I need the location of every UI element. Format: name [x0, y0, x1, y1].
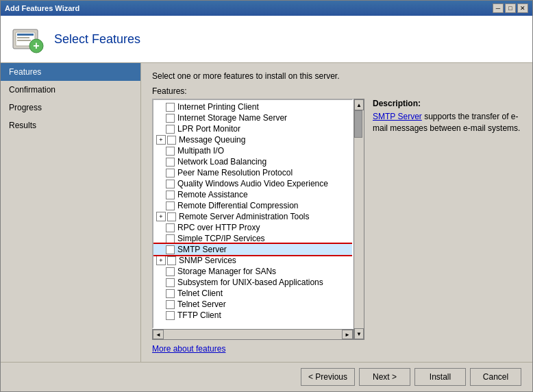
content-area: Select one or more features to install o… [141, 63, 532, 362]
feature-checkbox[interactable] [167, 136, 176, 145]
cancel-button[interactable]: Cancel [470, 368, 521, 386]
feature-checkbox-smtp[interactable] [166, 245, 175, 254]
close-button[interactable]: ✕ [517, 3, 528, 13]
feature-checkbox[interactable] [166, 180, 175, 188]
svg-rect-2 [17, 34, 34, 36]
list-outer: Internet Printing Client Internet Storag… [152, 99, 364, 340]
feature-checkbox[interactable] [166, 169, 175, 177]
list-item[interactable]: Multipath I/O [153, 145, 352, 156]
more-about-link[interactable]: More about features [152, 344, 225, 354]
sidebar: Features Confirmation Progress Results [1, 63, 141, 362]
horizontal-scrollbar[interactable]: ◄ ► [152, 329, 354, 340]
feature-checkbox[interactable] [167, 212, 176, 221]
instruction-text: Select one or more features to install o… [152, 71, 521, 81]
wizard-icon: + [12, 23, 45, 56]
list-item[interactable]: Network Load Balancing [153, 156, 352, 167]
scroll-right-button[interactable]: ► [342, 330, 353, 339]
features-label: Features: [152, 86, 521, 96]
feature-checkbox[interactable] [167, 256, 176, 265]
feature-checkbox[interactable] [166, 289, 175, 298]
page-title: Select Features [54, 32, 140, 47]
smtp-server-link[interactable]: SMTP Server [373, 112, 422, 121]
feature-checkbox[interactable] [166, 278, 175, 287]
scroll-up-button[interactable]: ▲ [354, 99, 364, 110]
feature-checkbox[interactable] [166, 103, 175, 112]
list-item[interactable]: TFTP Client [153, 310, 352, 321]
description-title: Description: [373, 99, 521, 108]
window-title: Add Features Wizard [5, 4, 79, 12]
feature-checkbox[interactable] [166, 158, 175, 167]
scroll-thumb[interactable] [354, 110, 362, 138]
list-item[interactable]: + Message Queuing [153, 134, 352, 145]
maximize-button[interactable]: □ [505, 3, 516, 13]
title-bar-buttons: ─ □ ✕ [493, 3, 528, 13]
scroll-left-button[interactable]: ◄ [153, 330, 164, 339]
expand-icon[interactable]: + [156, 135, 166, 145]
list-item[interactable]: Quality Windows Audio Video Experience [153, 178, 352, 189]
expand-icon[interactable]: + [156, 212, 166, 221]
sidebar-item-results[interactable]: Results [1, 117, 140, 134]
wizard-footer: < Previous Next > Install Cancel [1, 362, 532, 391]
list-item[interactable]: LPR Port Monitor [153, 123, 352, 134]
feature-checkbox[interactable] [166, 114, 175, 123]
feature-checkbox[interactable] [166, 125, 175, 134]
title-bar: Add Features Wizard ─ □ ✕ [1, 1, 532, 16]
description-panel: Description: SMTP Server supports the tr… [373, 99, 521, 354]
feature-checkbox[interactable] [166, 300, 175, 309]
previous-button[interactable]: < Previous [301, 368, 355, 386]
install-button[interactable]: Install [414, 368, 466, 386]
list-item[interactable]: Storage Manager for SANs [153, 266, 352, 277]
features-section: Internet Printing Client Internet Storag… [152, 99, 521, 354]
list-item[interactable]: Subsystem for UNIX-based Applications [153, 277, 352, 288]
scroll-down-button[interactable]: ▼ [354, 328, 364, 339]
feature-checkbox[interactable] [166, 223, 175, 232]
features-list[interactable]: Internet Printing Client Internet Storag… [152, 99, 354, 329]
list-item[interactable]: Telnet Server [153, 299, 352, 310]
list-item[interactable]: Internet Printing Client [153, 101, 352, 112]
feature-checkbox[interactable] [166, 234, 175, 243]
scroll-track [354, 110, 364, 328]
list-item[interactable]: Simple TCP/IP Services [153, 233, 352, 244]
vertical-scrollbar[interactable]: ▲ ▼ [354, 99, 364, 340]
list-item[interactable]: RPC over HTTP Proxy [153, 222, 352, 233]
sidebar-item-confirmation[interactable]: Confirmation [1, 81, 140, 99]
list-and-hscroll: Internet Printing Client Internet Storag… [152, 99, 354, 340]
next-button[interactable]: Next > [359, 368, 410, 386]
minimize-button[interactable]: ─ [493, 3, 504, 13]
feature-checkbox[interactable] [166, 311, 175, 320]
list-item[interactable]: + Remote Server Administration Tools [153, 211, 352, 222]
sidebar-item-features[interactable]: Features [1, 63, 140, 81]
feature-checkbox[interactable] [166, 267, 175, 276]
list-item[interactable]: Telnet Client [153, 288, 352, 299]
more-about-link-container: More about features [152, 344, 364, 354]
list-item[interactable]: Internet Storage Name Server [153, 112, 352, 123]
description-text: SMTP Server supports the transfer of e-m… [373, 111, 521, 134]
expand-icon[interactable]: + [156, 256, 166, 265]
sidebar-item-progress[interactable]: Progress [1, 99, 140, 117]
feature-checkbox[interactable] [166, 191, 175, 199]
list-item[interactable]: Peer Name Resolution Protocol [153, 167, 352, 178]
list-item[interactable]: Remote Differential Compression [153, 200, 352, 211]
svg-rect-4 [17, 40, 31, 41]
feature-checkbox[interactable] [166, 147, 175, 156]
svg-text:+: + [33, 40, 39, 51]
feature-checkbox[interactable] [166, 201, 175, 210]
list-item[interactable]: Remote Assistance [153, 189, 352, 200]
svg-rect-3 [17, 37, 29, 38]
wizard-window: Add Features Wizard ─ □ ✕ + Select Featu… [0, 0, 533, 392]
wizard-header: + Select Features [1, 16, 532, 63]
features-list-wrapper: Internet Printing Client Internet Storag… [152, 99, 364, 354]
list-item[interactable]: + SNMP Services [153, 255, 352, 266]
main-content: Features Confirmation Progress Results S… [1, 63, 532, 362]
list-item-smtp[interactable]: SMTP Server [153, 244, 352, 255]
